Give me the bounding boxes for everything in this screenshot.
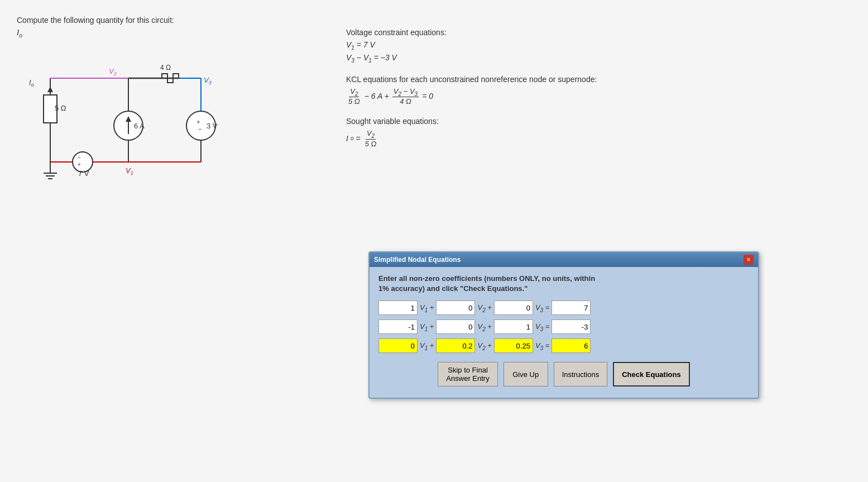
row2-v1-label: V1 + bbox=[420, 322, 434, 332]
dialog-titlebar: Simplified Nodal Equations × bbox=[370, 252, 758, 267]
equations-panel: Voltage constraint equations: V1 = 7 V V… bbox=[346, 28, 681, 159]
main-content: Compute the following quantity for this … bbox=[0, 0, 868, 482]
voltage-constraint-title: Voltage constraint equations: bbox=[346, 28, 681, 37]
row3-v2-label: V2 + bbox=[477, 341, 491, 351]
equation-row-2: V1 + V2 + V3 = bbox=[378, 319, 749, 334]
equation-row-1: V1 + V2 + V3 = bbox=[378, 300, 749, 315]
dialog-buttons: Skip to FinalAnswer Entry Give Up Instru… bbox=[378, 362, 749, 391]
skip-to-final-button[interactable]: Skip to FinalAnswer Entry bbox=[438, 362, 497, 386]
row2-v2-label: V2 + bbox=[477, 322, 491, 332]
v1-eq: V1 = 7 V bbox=[346, 40, 681, 51]
svg-text:5 Ω: 5 Ω bbox=[55, 104, 66, 112]
row2-v3-label: V3 = bbox=[535, 322, 549, 332]
sought-title: Sought variable equations: bbox=[346, 117, 681, 126]
row2-v3-input[interactable] bbox=[494, 319, 533, 334]
svg-text:+: + bbox=[196, 118, 200, 125]
problem-text: Compute the following quantity for this … bbox=[17, 16, 174, 25]
row3-v2-input[interactable] bbox=[436, 338, 475, 353]
row3-v3-label: V3 = bbox=[535, 341, 549, 351]
row1-v3-label: V3 = bbox=[535, 303, 549, 313]
row2-v2-input[interactable] bbox=[436, 319, 475, 334]
row3-v1-input[interactable] bbox=[378, 338, 418, 353]
v3-v1-eq: V3 − V1 = −3 V bbox=[346, 53, 681, 64]
dialog-close-button[interactable]: × bbox=[744, 255, 754, 265]
svg-marker-36 bbox=[47, 87, 53, 92]
kcl-eq: V2 5 Ω − 6 A + V2 − V3 4 Ω = 0 bbox=[346, 87, 681, 106]
svg-text:−: − bbox=[78, 155, 81, 161]
kcl-title: KCL equations for each unconstrained non… bbox=[346, 75, 681, 84]
svg-text:V1: V1 bbox=[126, 166, 133, 176]
svg-text:3 V: 3 V bbox=[207, 122, 218, 130]
dialog-instruction: Enter all non-zero coefficients (numbers… bbox=[378, 274, 749, 294]
svg-text:V3: V3 bbox=[204, 76, 212, 85]
circuit-diagram: 5 Ω V2 V3 4 Ω 6 A bbox=[17, 34, 251, 223]
check-equations-button[interactable]: Check Equations bbox=[613, 362, 689, 386]
row3-v3-input[interactable] bbox=[494, 338, 533, 353]
svg-text:−: − bbox=[198, 126, 202, 132]
row1-v1-label: V1 + bbox=[420, 303, 434, 313]
svg-text:+: + bbox=[78, 161, 81, 168]
row1-v2-label: V2 + bbox=[477, 303, 491, 313]
row2-v1-input[interactable] bbox=[378, 319, 418, 334]
svg-text:Io: Io bbox=[29, 78, 34, 88]
row1-v2-input[interactable] bbox=[436, 300, 475, 315]
equation-row-3: V1 + V2 + V3 = bbox=[378, 338, 749, 353]
svg-text:6 A: 6 A bbox=[134, 122, 145, 130]
row3-result-input[interactable] bbox=[552, 338, 591, 353]
row1-v1-input[interactable] bbox=[378, 300, 418, 315]
svg-text:V2: V2 bbox=[109, 67, 117, 77]
dialog-body: Enter all non-zero coefficients (numbers… bbox=[370, 267, 758, 398]
dialog-simplified-nodal: Simplified Nodal Equations × Enter all n… bbox=[368, 251, 759, 399]
row1-result-input[interactable] bbox=[552, 300, 591, 315]
svg-text:7 V: 7 V bbox=[78, 169, 89, 178]
row2-result-input[interactable] bbox=[552, 319, 591, 334]
instructions-button[interactable]: Instructions bbox=[554, 362, 607, 386]
sought-eq: Io = V2 5 Ω bbox=[346, 129, 681, 148]
row1-v3-input[interactable] bbox=[494, 300, 533, 315]
dialog-title: Simplified Nodal Equations bbox=[374, 256, 461, 264]
row3-v1-label: V1 + bbox=[420, 341, 434, 351]
give-up-button[interactable]: Give Up bbox=[503, 362, 548, 386]
svg-text:4 Ω: 4 Ω bbox=[160, 64, 171, 71]
